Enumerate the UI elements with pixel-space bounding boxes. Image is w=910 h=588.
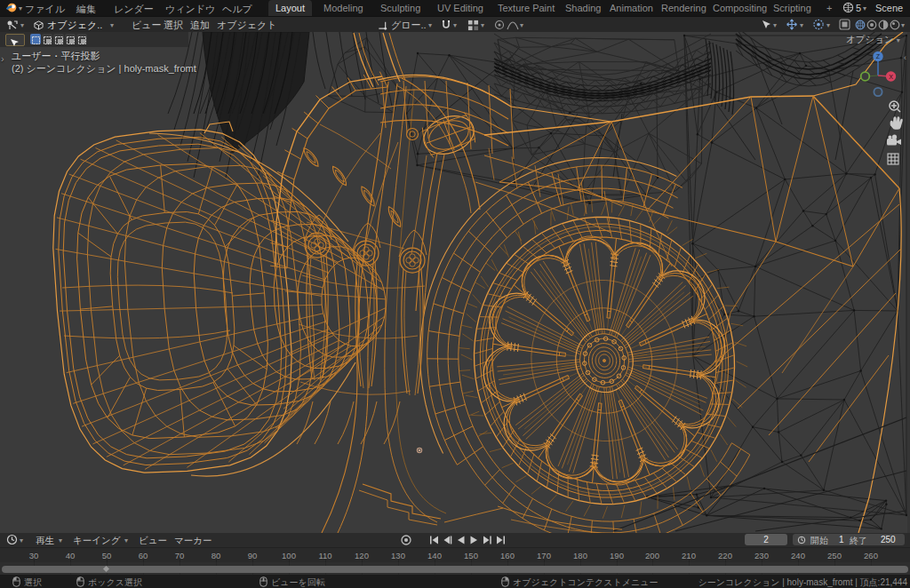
svg-text:Z: Z xyxy=(876,53,881,60)
svg-text:‹: ‹ xyxy=(904,53,906,62)
svg-text:X: X xyxy=(889,74,893,80)
